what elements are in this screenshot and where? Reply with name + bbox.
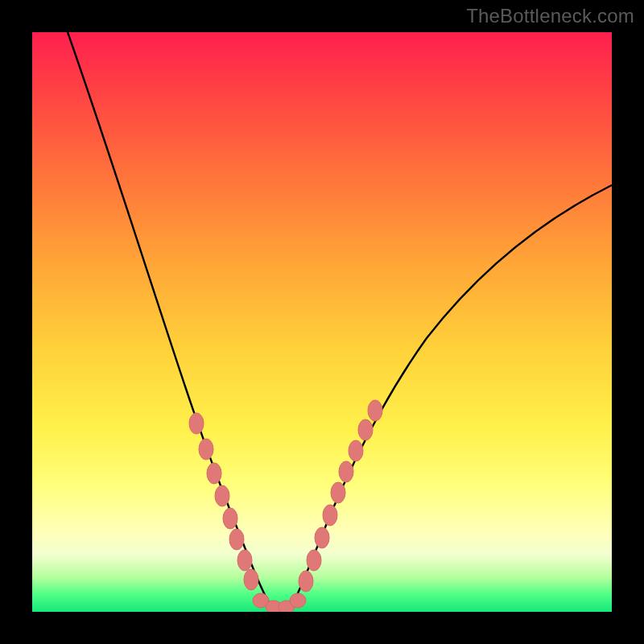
- svg-point-5: [229, 529, 244, 550]
- svg-point-4: [223, 508, 237, 529]
- svg-point-7: [244, 569, 258, 590]
- svg-point-3: [215, 485, 229, 506]
- right-curve: [290, 185, 612, 610]
- svg-point-13: [307, 550, 321, 571]
- plot-area: [32, 32, 612, 612]
- markers-valley: [253, 593, 306, 612]
- svg-point-15: [323, 505, 337, 526]
- svg-point-20: [368, 400, 382, 421]
- svg-point-11: [290, 593, 306, 608]
- svg-point-14: [315, 527, 329, 548]
- markers-left: [189, 413, 258, 590]
- svg-point-17: [339, 461, 353, 482]
- svg-point-18: [349, 440, 363, 461]
- markers-right: [299, 400, 382, 592]
- svg-point-16: [331, 482, 345, 503]
- svg-point-6: [237, 550, 252, 571]
- left-curve: [68, 32, 274, 610]
- svg-point-12: [299, 571, 313, 592]
- curve-overlay: [32, 32, 612, 612]
- svg-point-2: [207, 463, 221, 484]
- svg-point-19: [358, 419, 373, 440]
- chart-frame: TheBottleneck.com: [0, 0, 644, 644]
- watermark-text: TheBottleneck.com: [466, 5, 634, 27]
- svg-point-1: [199, 439, 213, 460]
- svg-point-0: [189, 413, 204, 434]
